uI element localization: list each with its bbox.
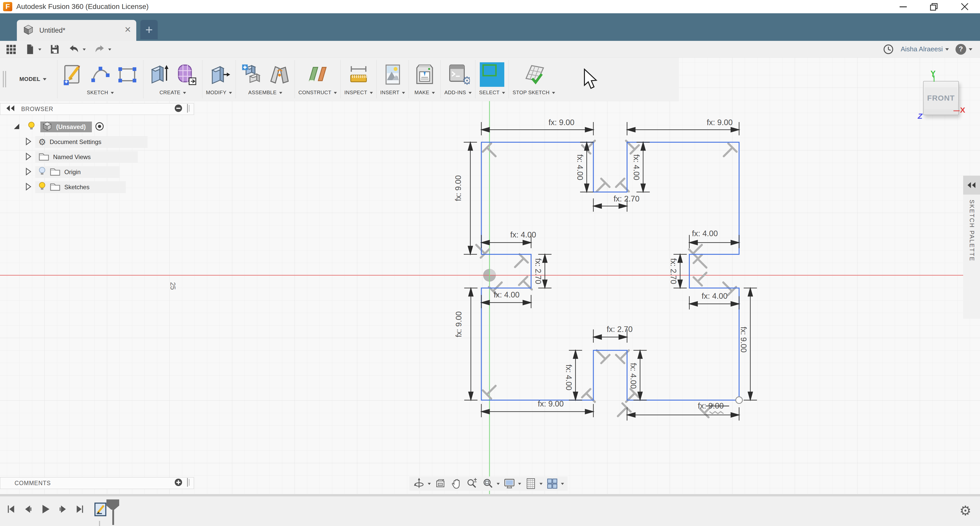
- insert-image-icon[interactable]: [380, 62, 405, 87]
- rectangle-icon[interactable]: [115, 62, 140, 87]
- dimension-value[interactable]: fx: 4.00: [702, 292, 728, 301]
- step-forward-button[interactable]: [58, 504, 68, 515]
- collapse-panel-icon[interactable]: [5, 104, 16, 114]
- dimension-value[interactable]: fx: 4.00: [510, 230, 536, 239]
- new-tab-button[interactable]: +: [140, 20, 158, 39]
- panel-resize-handle[interactable]: [186, 104, 190, 115]
- browser-header[interactable]: BROWSER: [0, 103, 194, 115]
- spline-icon[interactable]: [88, 62, 113, 87]
- viewports-button[interactable]: [546, 478, 564, 490]
- dimension-value[interactable]: fx: 4.00: [692, 229, 718, 238]
- workspace-selector[interactable]: MODEL: [9, 57, 57, 101]
- chevron-right-icon[interactable]: [25, 137, 32, 147]
- sketch-dimension[interactable]: fx: 4.00: [481, 290, 531, 308]
- sketch-constraint-icon[interactable]: [597, 350, 609, 363]
- tab-close-icon[interactable]: ✕: [124, 26, 131, 34]
- ribbon-group-label[interactable]: MODIFY: [206, 89, 232, 96]
- look-at-button[interactable]: [434, 478, 447, 490]
- ribbon-group-label[interactable]: CREATE: [159, 89, 186, 96]
- sketch-constraint-icon[interactable]: [724, 143, 737, 156]
- browser-item-named-views[interactable]: Named Views: [0, 151, 194, 163]
- create-sketch-icon[interactable]: [61, 62, 86, 87]
- sketch-dimension[interactable]: fx: 9.00: [454, 142, 477, 254]
- dimension-value[interactable]: fx: 4.00: [632, 154, 641, 180]
- form-icon[interactable]: [174, 62, 199, 87]
- select-tool-icon[interactable]: [480, 62, 504, 87]
- ribbon-group-label[interactable]: ASSEMBLE: [248, 89, 282, 96]
- dimension-value[interactable]: fx: 2.70: [614, 194, 640, 203]
- sketch-constraint-icon[interactable]: [694, 273, 706, 285]
- visibility-bulb-icon[interactable]: [38, 166, 46, 178]
- sketch-dimension[interactable]: fx: 9.00: [481, 118, 593, 135]
- dimension-value[interactable]: fx: 4.00: [576, 154, 584, 180]
- app-grid-icon[interactable]: [5, 43, 17, 55]
- sketch-dimension[interactable]: fx: 4.00: [689, 292, 739, 309]
- chevron-right-icon[interactable]: [25, 183, 32, 192]
- comments-header[interactable]: COMMENTS: [0, 477, 194, 489]
- skip-to-start-button[interactable]: [6, 504, 16, 515]
- make-3dprint-icon[interactable]: [412, 62, 437, 87]
- timeline-position-marker[interactable]: [105, 499, 121, 526]
- sketch-dimension[interactable]: fx: 9.00: [627, 402, 739, 421]
- sketch-palette-label[interactable]: SKETCH PALETTE: [968, 200, 975, 319]
- ribbon-group-label[interactable]: ADD-INS: [444, 89, 472, 96]
- sketch-endpoint[interactable]: [736, 397, 742, 403]
- dimension-value[interactable]: fx: 9.00: [739, 327, 748, 352]
- sketch-dimension[interactable]: fx: 2.70: [534, 254, 552, 288]
- sketch-dimension[interactable]: fx: 9.00: [481, 399, 593, 417]
- dimension-value[interactable]: fx: 2.70: [669, 258, 678, 284]
- browser-item-document-settings[interactable]: ⚙ Document Settings: [0, 136, 194, 148]
- sketch-profile[interactable]: [481, 142, 739, 400]
- dimension-value[interactable]: fx: 9.00: [454, 311, 463, 337]
- undo-icon[interactable]: [68, 44, 86, 55]
- ribbon-group-label[interactable]: INSPECT: [344, 89, 372, 96]
- browser-root-item[interactable]: (Unsaved): [0, 121, 194, 133]
- sketch-dimension[interactable]: fx: 9.00: [627, 118, 739, 135]
- restore-button[interactable]: [919, 0, 950, 13]
- expand-sketch-palette-icon[interactable]: [963, 176, 980, 194]
- new-component-icon[interactable]: [239, 62, 264, 87]
- browser-item-origin[interactable]: Origin: [0, 166, 194, 178]
- root-component[interactable]: (Unsaved): [40, 121, 92, 132]
- help-menu[interactable]: ?: [956, 44, 972, 55]
- dimension-value[interactable]: fx: 4.00: [629, 363, 638, 389]
- dimension-value[interactable]: fx: 9.00: [454, 175, 463, 201]
- toolbar-drag-handle[interactable]: [0, 57, 9, 101]
- activate-component-icon[interactable]: [94, 121, 105, 132]
- job-status-icon[interactable]: [883, 44, 894, 55]
- step-back-button[interactable]: [23, 504, 33, 515]
- ribbon-group-label[interactable]: MAKE: [414, 89, 435, 96]
- stop-sketch-icon[interactable]: [522, 62, 546, 87]
- construct-plane-icon[interactable]: [305, 62, 330, 87]
- dimension-value[interactable]: fx: 2.70: [607, 325, 633, 334]
- dimension-value[interactable]: fx: 4.00: [564, 364, 573, 391]
- viewcube-front-face[interactable]: FRONT: [924, 87, 957, 109]
- sketch-dimension[interactable]: fx: 2.70: [593, 194, 640, 212]
- sketch-dimension[interactable]: fx: 4.00: [576, 142, 593, 192]
- timeline-settings-gear-icon[interactable]: ⚙: [959, 503, 971, 518]
- redo-icon[interactable]: [94, 44, 111, 55]
- visibility-bulb-icon[interactable]: [38, 181, 46, 193]
- display-settings-button[interactable]: [503, 478, 521, 490]
- sketch-dimension[interactable]: fx: 4.00: [564, 350, 582, 400]
- measure-icon[interactable]: [346, 62, 371, 87]
- sketch-dimension[interactable]: fx: 4.00: [689, 229, 739, 248]
- file-new-icon[interactable]: [24, 43, 41, 56]
- pan-button[interactable]: [450, 478, 463, 490]
- dimension-value[interactable]: fx: 2.70: [534, 258, 542, 284]
- sketch-dimension[interactable]: fx: 9.00: [454, 288, 477, 400]
- sketch-dimension[interactable]: fx: 4.00: [629, 350, 647, 400]
- ribbon-group-label[interactable]: CONSTRUCT: [298, 89, 337, 96]
- zoom-button[interactable]: [466, 478, 478, 490]
- fit-button[interactable]: [482, 478, 500, 490]
- ribbon-group-label[interactable]: INSERT: [380, 89, 405, 96]
- chevron-right-icon[interactable]: [25, 167, 32, 177]
- browser-item-sketches[interactable]: Sketches: [0, 181, 194, 193]
- grid-and-snaps-button[interactable]: [525, 478, 542, 490]
- dimension-value[interactable]: fx: 9.00: [707, 118, 733, 127]
- play-button[interactable]: [40, 504, 51, 516]
- chevron-right-icon[interactable]: [25, 153, 32, 162]
- extrude-icon[interactable]: [147, 62, 172, 87]
- sketch-dimension[interactable]: fx: 9.00: [739, 288, 757, 400]
- expand-triangle-icon[interactable]: [13, 123, 21, 131]
